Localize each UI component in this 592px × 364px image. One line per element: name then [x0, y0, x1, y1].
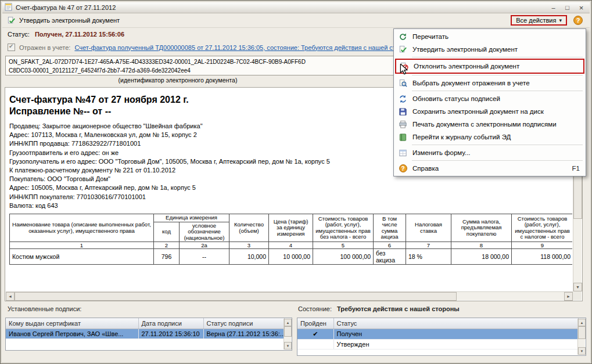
reflected-document-link[interactable]: Счет-фактура полученный ТД000000085 от 2… [74, 44, 414, 51]
item-name: Костюм мужской [10, 249, 154, 265]
item-tax: 18 000,00 [451, 249, 512, 265]
all-actions-label: Все действия [516, 17, 556, 24]
item-unit-symbol: -- [180, 249, 229, 265]
approve-document-label: Утвердить электронный документ [19, 17, 120, 24]
menu-item-approve-edocument[interactable]: Утвердить электронный документ [395, 43, 584, 56]
menu-item-select-reflection-document[interactable]: Выбрать документ отражения в учете [395, 77, 584, 89]
col-num: 5 [313, 242, 374, 249]
col-num: 2 [154, 242, 180, 249]
all-actions-menu: Перечитать Утвердить электронный докумен… [393, 28, 586, 176]
signatures-table: Кому выдан сертификат Дата подписи Стату… [5, 318, 292, 351]
scroll-down-icon[interactable]: ▼ [284, 342, 292, 349]
col-num: 3 [229, 242, 269, 249]
scroll-down-icon[interactable]: ▼ [578, 347, 586, 355]
signatures-scrollbar[interactable]: ▲ ▼ [284, 319, 291, 349]
menu-item-reject-edocument[interactable]: Отклонить электронный документ [395, 59, 584, 74]
col-header-qty: Количество (объем) [229, 214, 269, 242]
state-col-passed: Пройден [297, 318, 333, 329]
help-button[interactable]: ? [573, 16, 583, 25]
col-header-unit: Единица измерения [154, 214, 229, 222]
sig-col-date: Дата подписи [138, 318, 203, 329]
menu-item-change-form[interactable]: Изменить форму... [395, 146, 584, 159]
state-row[interactable]: ✔ Получен [297, 329, 578, 339]
journal-icon [398, 132, 408, 142]
select-document-icon [398, 78, 408, 88]
status-line: Статус: Получен, 27.11.2012 15:56:06 [8, 31, 124, 38]
state-status: Утвержден [333, 339, 578, 349]
scrollbar-thumb[interactable] [573, 170, 582, 219]
scroll-up-icon[interactable]: ▲ [578, 319, 586, 326]
state-row[interactable]: Утвержден [297, 339, 578, 349]
col-header-tax: Сумма налога, предъявляемая покупателю [451, 214, 512, 242]
approve-document-button[interactable]: Утвердить электронный документ [6, 16, 120, 25]
invoice-info-line: ИНН/КПП покупателя: 7701030616/770101001 [9, 193, 572, 201]
col-num: 7 [406, 242, 451, 249]
invoice-info-line: Адрес: 105005, Москва г, Аптекарский пер… [9, 183, 572, 192]
scroll-down-icon[interactable]: ▼ [573, 283, 582, 291]
signature-row[interactable]: Иванов Сергей Петрович, ЗАО «Шве... 27.1… [6, 329, 284, 338]
scroll-up-icon[interactable]: ▲ [284, 319, 292, 326]
document-horizontal-scrollbar[interactable]: ◄ ► [6, 291, 573, 300]
scrollbar-thumb[interactable] [284, 326, 292, 337]
maximize-button[interactable]: □ [561, 3, 573, 12]
menu-item-label: Обновить статусы подписей [412, 95, 500, 102]
menu-item-label: Утвердить электронный документ [412, 46, 518, 53]
menu-item-label: Отклонить электронный документ [414, 63, 519, 70]
col-num: 9 [512, 242, 572, 249]
item-unit-code: 796 [154, 249, 180, 265]
menu-item-label: Выбрать документ отражения в учете [412, 80, 530, 87]
reflected-checkbox[interactable] [8, 44, 15, 51]
menu-item-label: Печать документа с электронными подписям… [412, 121, 557, 128]
scrollbar-corner [573, 291, 582, 300]
print-icon [398, 120, 408, 129]
window-title: Счет-фактура № 47 от 27.11.2012 [16, 4, 116, 11]
state-status: Получен [333, 329, 578, 339]
item-price: 10 000,00 [269, 249, 313, 265]
item-excise: без акциза [374, 249, 406, 265]
all-actions-button[interactable]: Все действия ▾ [511, 15, 567, 26]
close-button[interactable]: × [575, 3, 587, 12]
approve-document-icon [6, 16, 16, 25]
reflected-label: Отражен в учете: [19, 44, 70, 51]
invoice-item-row: Костюм мужской 796 -- 10,000 10 000,00 1… [10, 249, 573, 265]
col-num: 1 [10, 242, 154, 249]
scroll-right-icon[interactable]: ► [564, 292, 573, 301]
approve-document-icon [398, 45, 408, 54]
edit-form-icon [398, 148, 408, 157]
titlebar: Счет-фактура № 47 от 27.11.2012 – □ × [2, 2, 590, 13]
help-icon: ? [398, 164, 408, 173]
menu-item-reread[interactable]: Перечитать [395, 30, 584, 43]
col-header-price: Цена (тариф) за единицу измерения [269, 214, 313, 242]
edocument-id-caption: (идентификатор электронного документа) [70, 77, 285, 84]
menu-item-label: Справка [412, 165, 439, 172]
item-rate: 18 % [406, 249, 451, 265]
refresh-icon [398, 32, 408, 41]
menu-item-label: Изменить форму... [412, 149, 471, 156]
scroll-left-icon[interactable]: ◄ [6, 292, 15, 301]
sig-status: Верна (27.11.2012 15:36:... [203, 329, 284, 338]
col-num: 4 [269, 242, 313, 249]
menu-item-refresh-signature-statuses[interactable]: Обновить статусы подписей [395, 92, 584, 105]
col-header-unit-code: код [154, 222, 180, 242]
col-header-rate: Налоговая ставка [406, 214, 451, 242]
menu-item-save-edocument-to-disk[interactable]: Сохранить электронный документ на диск [395, 105, 584, 118]
status-label: Статус: [8, 31, 30, 38]
col-header-amount-tax: Стоимость товаров (работ, услуг), имущес… [512, 214, 572, 242]
invoice-window: Счет-фактура № 47 от 27.11.2012 – □ × Ут… [0, 0, 592, 364]
state-scrollbar[interactable]: ▲ ▼ [577, 319, 585, 355]
column-number-row: 1 2 2а 3 4 5 6 7 8 9 [10, 242, 573, 249]
menu-item-label: Перейти к журналу событий ЭД [412, 134, 511, 140]
menu-item-goto-ed-events-journal[interactable]: Перейти к журналу событий ЭД [395, 131, 584, 143]
minimize-button[interactable]: – [547, 3, 559, 12]
refresh-statuses-icon [398, 94, 408, 103]
col-header-unit-symbol: условное обозначение (национальное) [180, 222, 229, 242]
scrollbar-thumb[interactable] [15, 292, 457, 301]
col-num: 6 [374, 242, 406, 249]
invoice-info-line: Валюта: код 643 [9, 201, 572, 210]
state-table: Пройден Статус ✔ Получен Утвержден ▲ ▼ [297, 318, 586, 356]
sig-col-certificate: Кому выдан сертификат [6, 318, 138, 329]
invoice-items-table: Наименование товара (описание выполненны… [9, 214, 572, 265]
menu-item-help[interactable]: ? Справка F1 [395, 162, 584, 175]
menu-item-print-with-signatures[interactable]: Печать документа с электронными подписям… [395, 118, 584, 131]
scrollbar-thumb[interactable] [578, 326, 586, 339]
